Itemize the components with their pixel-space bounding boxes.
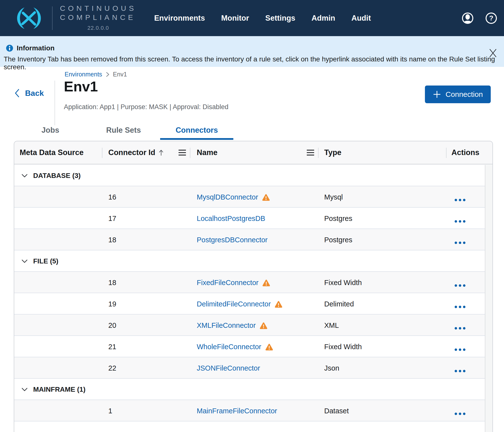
column-separator <box>318 148 319 158</box>
row-actions-icon <box>454 327 466 330</box>
group-header-row[interactable]: DATABASE (3) <box>14 165 485 186</box>
tab-bar: Jobs Rule Sets Connectors <box>14 124 233 140</box>
column-header-type: Type <box>324 141 341 164</box>
breadcrumb-environments-link[interactable]: Environments <box>65 71 102 78</box>
connector-name-link[interactable]: XMLFileConnector <box>197 321 267 330</box>
connector-type-cell: Postgres <box>324 236 352 244</box>
table-scrollbar[interactable] <box>485 165 492 432</box>
table-row: 21WholeFileConnectorFixed Width <box>14 336 485 357</box>
row-actions-button[interactable] <box>454 345 466 353</box>
nav-item-monitor[interactable]: Monitor <box>221 14 249 23</box>
row-actions-icon <box>454 305 466 308</box>
row-actions-button[interactable] <box>454 302 466 310</box>
connector-name-link[interactable]: DelimitedFileConnector <box>197 300 282 308</box>
connector-id-cell: 18 <box>108 279 116 287</box>
table-header-row: Meta Data Source Connector Id Name Typ <box>14 141 492 164</box>
row-actions-button[interactable] <box>454 281 466 289</box>
connector-name-link[interactable]: MysqlDBConnector <box>197 193 270 201</box>
row-actions-button[interactable] <box>454 409 466 417</box>
nav-item-environments[interactable]: Environments <box>154 14 205 23</box>
brand-line2: COMPLIANCE <box>60 13 137 22</box>
add-connection-button[interactable]: Connection <box>425 86 491 103</box>
add-connection-label: Connection <box>446 90 483 99</box>
table-row: 18FixedFileConnectorFixed Width <box>14 272 485 293</box>
breadcrumb-current: Env1 <box>113 71 127 78</box>
connector-name-link[interactable]: FixedFileConnector <box>197 279 270 287</box>
warning-icon <box>275 301 282 308</box>
help-icon[interactable]: ? <box>485 12 497 24</box>
group-header-row[interactable]: FILE (5) <box>14 250 485 272</box>
nav-item-audit[interactable]: Audit <box>351 14 371 23</box>
chevron-down-icon <box>21 388 28 391</box>
info-banner: Information The Inventory Tab has been r… <box>0 36 504 67</box>
brand-logo[interactable]: CONTINUOUS COMPLIANCE 22.0.0.0 <box>13 4 137 32</box>
group-header-row[interactable]: MAINFRAME (1) <box>14 379 485 400</box>
banner-title: Information <box>17 44 55 52</box>
connector-name-link[interactable]: MainFrameFileConnector <box>197 407 277 415</box>
row-actions-icon <box>454 284 466 287</box>
row-actions-icon <box>454 412 466 415</box>
connector-type-cell: Delimited <box>324 300 354 308</box>
connector-type-cell: Json <box>324 364 339 372</box>
back-label: Back <box>25 89 44 98</box>
page-title: Env1 <box>64 78 98 95</box>
connector-name-link[interactable]: PostgresDBConnector <box>197 236 268 244</box>
plus-icon <box>433 90 441 99</box>
nav-item-admin[interactable]: Admin <box>311 14 335 23</box>
close-icon[interactable] <box>488 48 498 58</box>
column-header-connector-id[interactable]: Connector Id <box>108 141 164 164</box>
row-actions-icon <box>454 199 466 202</box>
connector-id-cell: 16 <box>108 193 116 201</box>
row-actions-icon <box>454 348 466 351</box>
navbar-icons: ? <box>462 12 504 24</box>
row-actions-button[interactable] <box>454 195 466 203</box>
brand-line1: CONTINUOUS <box>60 4 137 13</box>
connector-type-cell: Fixed Width <box>324 343 362 351</box>
column-menu-icon[interactable] <box>178 149 186 156</box>
warning-icon <box>260 322 267 329</box>
chevron-down-icon <box>21 259 28 263</box>
connector-id-cell: 22 <box>108 364 116 372</box>
connector-id-cell: 18 <box>108 236 116 244</box>
table-row: 17LocalhostPostgresDBPostgres <box>14 208 485 229</box>
page-subtitle: Application: App1 | Purpose: MASK | Appr… <box>64 103 228 111</box>
table-row: 18PostgresDBConnectorPostgres <box>14 229 485 250</box>
nav-item-settings[interactable]: Settings <box>265 14 295 23</box>
table-row: 19DelimitedFileConnectorDelimited <box>14 293 485 315</box>
group-label: MAINFRAME (1) <box>33 386 85 393</box>
banner-message: The Inventory Tab has been removed from … <box>4 55 504 71</box>
chevron-left-icon <box>14 88 20 98</box>
column-header-name[interactable]: Name <box>197 141 217 164</box>
breadcrumb: Environments Env1 <box>65 71 127 78</box>
row-actions-button[interactable] <box>454 238 466 246</box>
connector-name-link[interactable]: LocalhostPostgresDB <box>197 215 265 223</box>
row-actions-button[interactable] <box>454 366 466 374</box>
group-label: FILE (5) <box>33 257 58 265</box>
connector-name-link[interactable]: JSONFileConnector <box>197 364 260 372</box>
column-menu-icon[interactable] <box>306 149 315 156</box>
column-separator <box>190 148 190 158</box>
tab-rule-sets[interactable]: Rule Sets <box>87 124 160 140</box>
connector-id-cell: 21 <box>108 343 116 351</box>
row-actions-button[interactable] <box>454 323 466 331</box>
top-navbar: CONTINUOUS COMPLIANCE 22.0.0.0 Environme… <box>0 0 504 36</box>
warning-icon <box>262 194 270 201</box>
column-header-actions: Actions <box>451 141 479 164</box>
warning-icon <box>265 344 273 351</box>
column-header-meta-data-source: Meta Data Source <box>20 141 84 164</box>
back-button[interactable]: Back <box>14 88 44 98</box>
row-actions-button[interactable] <box>454 216 466 225</box>
row-actions-icon <box>454 370 466 373</box>
app-root: CONTINUOUS COMPLIANCE 22.0.0.0 Environme… <box>0 0 504 432</box>
svg-text:?: ? <box>489 14 493 22</box>
table-row: 22JSONFileConnectorJson <box>14 357 485 379</box>
sort-ascending-icon <box>159 149 164 156</box>
connector-name-link[interactable]: WholeFileConnector <box>197 343 273 351</box>
group-label: DATABASE (3) <box>33 172 81 180</box>
user-avatar-icon[interactable] <box>462 12 474 24</box>
table-row: 1MainFrameFileConnectorDataset <box>14 400 485 421</box>
connector-id-cell: 19 <box>108 300 116 308</box>
warning-icon <box>262 279 270 287</box>
tab-jobs[interactable]: Jobs <box>14 124 87 140</box>
tab-connectors[interactable]: Connectors <box>160 124 233 140</box>
